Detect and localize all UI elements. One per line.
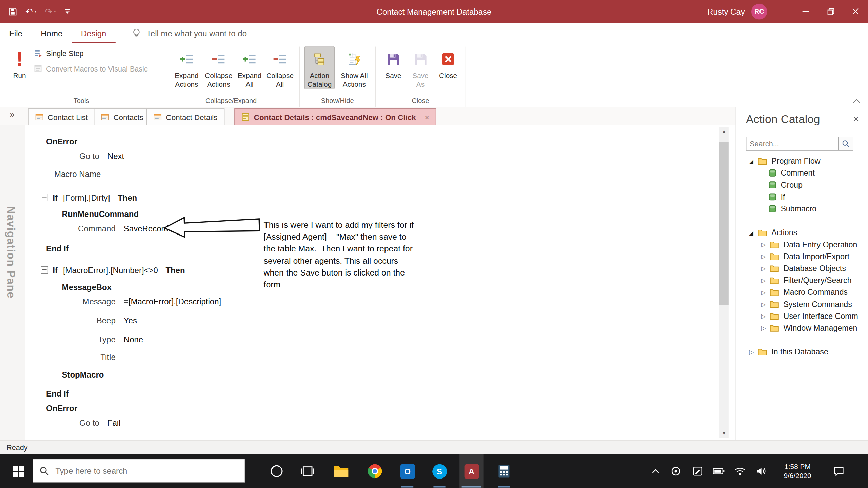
single-step-button[interactable]: Single Step xyxy=(34,47,83,59)
save-button[interactable]: Save xyxy=(381,47,406,80)
tree-item-macro-commands[interactable]: ▷ Macro Commands xyxy=(761,287,848,298)
macro-row-command[interactable]: Command SaveRecord xyxy=(41,222,169,234)
catalog-search-input[interactable] xyxy=(747,137,838,150)
tree-collapsed-icon[interactable]: ▷ xyxy=(761,325,770,332)
show-all-actions-button[interactable]: Show AllActions xyxy=(337,47,371,89)
tree-expanded-icon[interactable]: ◢ xyxy=(749,230,758,236)
outlook-button[interactable]: O xyxy=(395,454,419,488)
tree-item-window-management[interactable]: ▷ Window Managemen xyxy=(761,323,857,333)
meet-now-button[interactable] xyxy=(667,454,685,488)
skype-button[interactable]: S xyxy=(428,454,451,488)
macro-row-macro-name[interactable]: Macro Name xyxy=(54,167,101,179)
tree-item-filter-query-search[interactable]: ▷ Filter/Query/Search xyxy=(761,275,852,286)
macro-row-goto-fail[interactable]: Go to Fail xyxy=(41,416,120,428)
tree-item-user-interface-commands[interactable]: ▷ User Interface Comm xyxy=(761,311,858,322)
tree-expanded-icon[interactable]: ◢ xyxy=(749,158,758,164)
pen-settings-button[interactable] xyxy=(688,454,707,488)
tree-item-data-import-export[interactable]: ▷ Data Import/Export xyxy=(761,251,849,262)
tree-item-system-commands[interactable]: ▷ System Commands xyxy=(761,299,852,310)
run-button[interactable]: ! Run xyxy=(6,47,33,80)
macro-row-endif[interactable]: End If xyxy=(46,387,69,399)
macro-row-if-form-dirty[interactable]: If [Form].[Dirty] Then xyxy=(41,191,137,203)
tab-contact-details[interactable]: Contact Details xyxy=(146,108,224,125)
tab-file[interactable]: File xyxy=(0,23,32,43)
expand-actions-button[interactable]: ExpandActions xyxy=(172,47,202,89)
tab-home[interactable]: Home xyxy=(32,23,72,43)
macro-row-if-macroerror[interactable]: If [MacroError].[Number]<>0 Then xyxy=(41,264,185,276)
minimize-button[interactable] xyxy=(793,0,818,23)
argument-value[interactable]: =[MacroError].[Description] xyxy=(124,296,221,305)
tree-item-submacro[interactable]: Submacro xyxy=(769,203,816,214)
editor-scrollbar[interactable]: ▲ ▼ xyxy=(719,127,729,438)
argument-value[interactable]: SaveRecord xyxy=(124,224,169,233)
tab-contacts[interactable]: Contacts xyxy=(94,108,151,125)
taskbar-clock[interactable]: 1:58 PM 9/6/2020 xyxy=(772,454,822,488)
tree-group-actions[interactable]: ◢ Actions xyxy=(749,227,797,238)
file-explorer-button[interactable] xyxy=(329,454,353,488)
action-center-button[interactable] xyxy=(827,454,850,488)
tree-item-if[interactable]: If xyxy=(769,191,785,202)
macro-row-runmenucommand[interactable]: RunMenuCommand xyxy=(62,208,139,220)
tree-group-in-this-database[interactable]: ▷ In this Database xyxy=(749,346,828,357)
macro-row-messagebox[interactable]: MessageBox xyxy=(62,281,112,293)
argument-value[interactable]: Fail xyxy=(107,418,121,427)
taskbar-search-box[interactable] xyxy=(33,459,245,483)
macro-row-onerror[interactable]: OnError xyxy=(46,402,77,414)
tree-collapsed-icon[interactable]: ▷ xyxy=(761,289,770,296)
tree-collapsed-icon[interactable]: ▷ xyxy=(761,253,770,260)
argument-value[interactable]: Yes xyxy=(124,315,137,324)
access-button[interactable]: A xyxy=(459,454,483,488)
tree-item-data-entry-operations[interactable]: ▷ Data Entry Operation xyxy=(761,239,857,250)
convert-macros-button[interactable]: Convert Macros to Visual Basic xyxy=(34,63,148,75)
chrome-button[interactable] xyxy=(363,454,387,488)
tree-item-database-objects[interactable]: ▷ Database Objects xyxy=(761,263,846,274)
tree-collapsed-icon[interactable]: ▷ xyxy=(761,312,770,320)
argument-value[interactable]: None xyxy=(124,334,143,343)
tab-design[interactable]: Design xyxy=(72,23,116,43)
tree-item-group[interactable]: Group xyxy=(769,180,803,190)
avatar[interactable]: RC xyxy=(751,3,767,19)
navigation-pane-collapsed[interactable]: Navigation Pane xyxy=(0,125,25,440)
collapse-if-icon[interactable] xyxy=(41,194,48,201)
cortana-button[interactable] xyxy=(265,454,289,488)
volume-button[interactable] xyxy=(752,454,770,488)
tree-item-comment[interactable]: Comment xyxy=(769,167,815,178)
macro-row-type[interactable]: Type None xyxy=(41,333,143,345)
if-expression[interactable]: [Form].[Dirty] xyxy=(63,193,110,202)
macro-row-stopmacro[interactable]: StopMacro xyxy=(62,368,104,380)
expand-all-button[interactable]: ExpandAll xyxy=(237,47,263,89)
collapse-if-icon[interactable] xyxy=(41,266,48,274)
close-macro-button[interactable]: Close xyxy=(435,47,461,80)
macro-row-title[interactable]: Title xyxy=(41,351,116,363)
tree-group-program-flow[interactable]: ◢ Program Flow xyxy=(749,156,821,166)
collapse-all-button[interactable]: CollapseAll xyxy=(266,47,294,89)
tree-collapsed-icon[interactable]: ▷ xyxy=(761,277,770,284)
calculator-button[interactable] xyxy=(492,454,516,488)
macro-row-endif[interactable]: End If xyxy=(46,242,69,254)
macro-row-onerror[interactable]: OnError xyxy=(46,135,77,147)
catalog-search-button[interactable] xyxy=(838,137,853,150)
macro-row-goto-next[interactable]: Go to Next xyxy=(41,150,124,162)
tree-collapsed-icon[interactable]: ▷ xyxy=(761,241,770,248)
user-name[interactable]: Rusty Cay xyxy=(707,7,745,16)
scrollbar-thumb[interactable] xyxy=(719,142,729,305)
macro-row-beep[interactable]: Beep Yes xyxy=(41,314,137,326)
tree-collapsed-icon[interactable]: ▷ xyxy=(749,348,758,355)
tree-collapsed-icon[interactable]: ▷ xyxy=(761,301,770,308)
show-hidden-icons-button[interactable] xyxy=(646,454,665,488)
collapse-actions-button[interactable]: CollapseActions xyxy=(203,47,234,89)
start-button[interactable] xyxy=(5,454,32,488)
tab-overflow-button[interactable]: » xyxy=(10,109,15,119)
tab-macro-active[interactable]: Contact Details : cmdSaveandNew : On Cli… xyxy=(234,108,436,125)
close-tab-button[interactable]: × xyxy=(425,113,429,121)
argument-value[interactable]: Next xyxy=(107,151,124,160)
save-as-button[interactable]: SaveAs xyxy=(408,47,433,89)
wifi-button[interactable] xyxy=(731,454,749,488)
restore-button[interactable] xyxy=(818,0,843,23)
tree-collapsed-icon[interactable]: ▷ xyxy=(761,265,770,272)
battery-button[interactable] xyxy=(710,454,728,488)
tell-me-box[interactable]: Tell me what you want to do xyxy=(132,23,247,43)
close-window-button[interactable] xyxy=(843,0,868,23)
scroll-down-button[interactable]: ▼ xyxy=(719,429,729,438)
scroll-up-button[interactable]: ▲ xyxy=(719,127,729,136)
